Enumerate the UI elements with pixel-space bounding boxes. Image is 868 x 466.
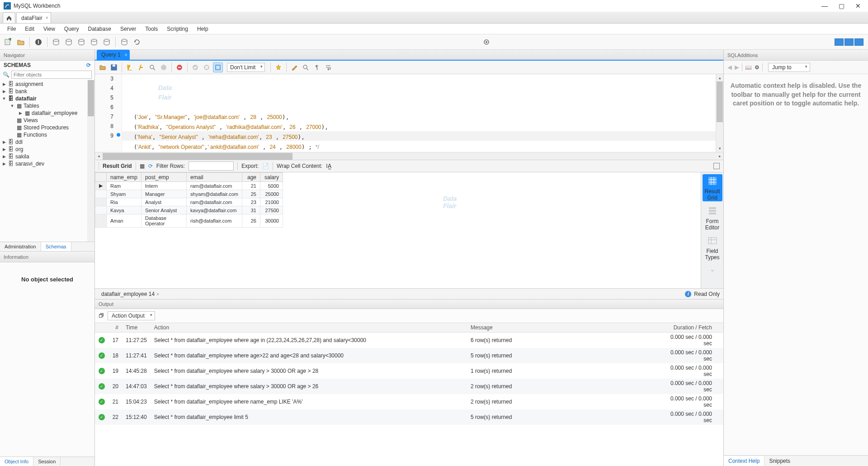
filter-rows-input[interactable] <box>189 162 234 171</box>
menu-tools[interactable]: Tools <box>141 24 162 33</box>
close-icon[interactable]: × <box>125 52 127 57</box>
minimize-button[interactable]: — <box>821 2 828 10</box>
wrap-icon[interactable] <box>323 62 333 72</box>
nav-fwd-icon[interactable]: ▶ <box>735 64 739 71</box>
rollback-icon[interactable] <box>202 62 212 72</box>
tree-item[interactable]: org <box>15 146 23 152</box>
users-icon[interactable] <box>51 37 61 48</box>
find-icon[interactable] <box>301 62 311 72</box>
side-tab-result-grid[interactable]: Result Grid <box>703 174 722 201</box>
tree-item[interactable]: dataflair <box>15 95 37 102</box>
tab-session[interactable]: Session <box>33 457 61 466</box>
close-icon[interactable]: × <box>156 292 159 297</box>
inspector-icon[interactable]: i <box>33 37 44 48</box>
tab-schemas[interactable]: Schemas <box>41 242 71 251</box>
tree-item[interactable]: Stored Procedures <box>24 124 69 131</box>
tree-item[interactable]: dataflair_employee <box>32 110 77 116</box>
menu-view[interactable]: View <box>39 24 60 33</box>
editor-hscroll[interactable]: ◂▸ <box>95 152 723 160</box>
status-icon[interactable] <box>63 37 74 48</box>
dashboard-icon[interactable] <box>119 37 130 48</box>
invisible-icon[interactable]: ¶ <box>312 62 322 72</box>
toggle-panel-icon[interactable] <box>713 163 720 169</box>
table-row[interactable]: ✓2115:04:23Select * from dataflair_emplo… <box>95 394 723 409</box>
refresh-result-icon[interactable]: ⟳ <box>148 163 153 169</box>
tree-item[interactable]: bank <box>15 88 27 95</box>
tree-item[interactable]: Functions <box>24 132 47 138</box>
tree-scrollbar[interactable] <box>87 80 94 242</box>
toggle-sidebar-icon[interactable] <box>835 38 844 46</box>
side-tab-form-editor[interactable]: Form Editor <box>703 204 722 231</box>
brush-icon[interactable] <box>289 62 299 72</box>
col-header[interactable]: age <box>242 173 260 182</box>
stop-icon[interactable] <box>159 62 169 72</box>
limit-combo[interactable]: Don't Limit <box>227 63 265 72</box>
tab-administration[interactable]: Administration <box>0 242 41 251</box>
auto-help-icon[interactable]: ⚙ <box>755 64 760 71</box>
close-button[interactable]: ✕ <box>855 2 861 10</box>
jump-to-combo[interactable]: Jump to <box>768 63 810 72</box>
table-row[interactable]: KavyaSenior Analystkavya@dataflair.com31… <box>95 206 283 214</box>
table-row[interactable]: ShyamManagershyam@dataflair.com2525000 <box>95 190 283 198</box>
table-row[interactable]: ✓2215:12:40Select * from dataflair_emplo… <box>95 409 723 425</box>
execute-icon[interactable] <box>125 62 135 72</box>
menu-server[interactable]: Server <box>116 24 141 33</box>
tab-object-info[interactable]: Object Info <box>0 457 33 466</box>
sql-editor[interactable]: 3456789 DataFlair ('Joe', "Sr.Manager", … <box>95 74 723 152</box>
schemas-refresh-icon[interactable]: ⟳ <box>86 62 91 68</box>
menu-help[interactable]: Help <box>193 24 213 33</box>
output-type-combo[interactable]: Action Output <box>108 311 155 320</box>
output-clear-icon[interactable]: 🗇 <box>99 313 104 319</box>
open-file-icon[interactable] <box>98 62 108 72</box>
table-row[interactable]: AmanDatabase Operatorrish@dataflair.com2… <box>95 214 283 228</box>
tree-item[interactable]: sarasvi_dev <box>15 161 44 167</box>
close-icon[interactable]: × <box>46 15 48 20</box>
col-header[interactable]: salary <box>260 173 283 182</box>
new-sql-tab-icon[interactable] <box>3 37 14 48</box>
col-header[interactable]: email <box>187 173 242 182</box>
filter-objects-input[interactable] <box>11 71 92 79</box>
table-row[interactable]: ✓2014:47:03Select * from dataflair_emplo… <box>95 379 723 394</box>
maximize-button[interactable]: ▢ <box>839 2 844 10</box>
beautify-icon[interactable] <box>274 62 283 72</box>
no-limit-icon[interactable] <box>175 62 184 72</box>
code-content[interactable]: ('Joe', "Sr.Manager", 'joe@dataflair.com… <box>127 112 716 152</box>
save-icon[interactable] <box>109 62 119 72</box>
help-icon[interactable]: 📖 <box>745 64 752 71</box>
toggle-output-icon[interactable] <box>844 38 854 46</box>
tab-snippets[interactable]: Snippets <box>764 456 795 466</box>
menu-query[interactable]: Query <box>60 24 84 33</box>
connection-tab[interactable]: dataFlair× <box>16 12 51 23</box>
tree-item[interactable]: sakila <box>15 153 29 160</box>
open-sql-icon[interactable] <box>15 37 26 48</box>
home-tab[interactable] <box>3 12 15 23</box>
import-icon[interactable] <box>89 37 99 48</box>
wrap-cell-icon[interactable]: IA̲ <box>326 163 331 169</box>
execute-current-icon[interactable] <box>136 62 146 72</box>
commit-icon[interactable] <box>190 62 200 72</box>
col-header[interactable]: name_emp <box>107 173 142 182</box>
table-row[interactable]: ▶RamInternram@dataflair.com215000 <box>95 182 283 190</box>
side-tab-more-icon[interactable]: ⌄ <box>710 266 715 273</box>
settings-icon[interactable] <box>482 38 491 47</box>
table-row[interactable]: ✓1811:27:41Select * from dataflair_emplo… <box>95 348 723 363</box>
tree-item[interactable]: Tables <box>24 103 39 109</box>
menu-database[interactable]: Database <box>84 24 116 33</box>
toggle-secondary-icon[interactable] <box>854 38 863 46</box>
query-tab[interactable]: Query 1× <box>97 50 130 60</box>
table-row[interactable]: ✓1711:27:25Select * from dataflair_emplo… <box>95 333 723 348</box>
export-icon[interactable]: 📄 <box>262 163 269 169</box>
side-tab-field-types[interactable]: Field Types <box>703 234 722 261</box>
table-row[interactable]: ✓1914:45:28Select * from dataflair_emplo… <box>95 363 723 379</box>
export-icon[interactable] <box>76 37 87 48</box>
tab-context-help[interactable]: Context Help <box>724 456 764 466</box>
result-grid[interactable]: name_emp post_emp email age salary ▶RamI… <box>95 172 283 228</box>
menu-file[interactable]: File <box>3 24 20 33</box>
tree-item[interactable]: assignment <box>15 81 43 87</box>
nav-back-icon[interactable]: ◀ <box>727 64 732 71</box>
result-tab[interactable]: dataflair_employee 14× <box>99 291 162 297</box>
col-header[interactable]: post_emp <box>142 173 187 182</box>
menu-scripting[interactable]: Scripting <box>162 24 193 33</box>
tree-item[interactable]: Views <box>24 117 38 124</box>
explain-icon[interactable] <box>147 62 157 72</box>
